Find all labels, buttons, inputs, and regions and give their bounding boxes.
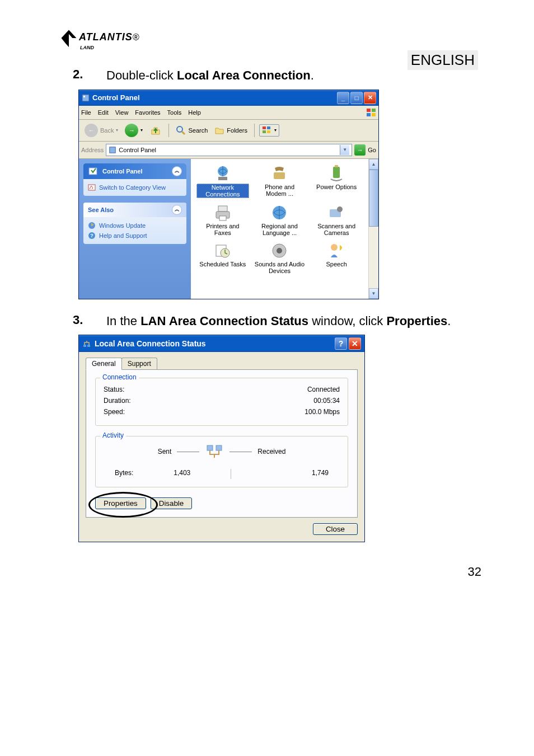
windows-update-link[interactable]: Windows Update: [88, 220, 182, 231]
svg-rect-11: [267, 130, 270, 133]
address-cp-icon: [109, 146, 116, 154]
forward-button[interactable]: → ▾: [123, 123, 145, 138]
close-dialog-button[interactable]: Close: [313, 523, 358, 535]
svg-rect-1: [83, 96, 85, 97]
icon-label: Regional and Language ...: [254, 223, 306, 236]
lac-icon: [82, 339, 91, 348]
menu-tools[interactable]: Tools: [167, 109, 182, 116]
svg-point-6: [177, 126, 182, 132]
menubar: File Edit View Favorites Tools Help: [79, 106, 378, 120]
folders-button[interactable]: Folders: [212, 124, 250, 137]
disable-button[interactable]: Disable: [151, 497, 192, 509]
status-value: Connected: [307, 386, 340, 393]
scroll-thumb[interactable]: [369, 170, 378, 227]
up-folder-icon: [149, 124, 162, 137]
back-button[interactable]: ← Back ▾: [82, 123, 120, 138]
search-button[interactable]: Search: [174, 124, 210, 137]
up-button[interactable]: [147, 123, 164, 138]
switch-view-icon: [88, 184, 96, 191]
scheduled-tasks-icon-item[interactable]: Scheduled Tasks: [195, 241, 250, 275]
bytes-label: Bytes:: [115, 469, 133, 479]
icon-label: Sounds and Audio Devices: [254, 261, 306, 274]
svg-rect-9: [267, 126, 270, 129]
properties-button[interactable]: Properties: [95, 497, 146, 509]
views-button[interactable]: ▾: [259, 124, 279, 137]
sidebar-cp-header[interactable]: Control Panel ︽: [83, 163, 186, 179]
logo-reg-mark: ®: [133, 32, 139, 42]
address-input[interactable]: Control Panel ▼: [106, 144, 352, 156]
folders-label: Folders: [227, 127, 247, 134]
menu-view[interactable]: View: [115, 109, 129, 116]
sidebar-seealso-header[interactable]: See Also ︽: [83, 203, 186, 217]
menu-help[interactable]: Help: [188, 109, 201, 116]
dialog-titlebar: Local Area Connection Status ? ✕: [79, 335, 364, 352]
svg-rect-12: [110, 147, 116, 153]
address-bar: Address Control Panel ▼ → Go: [79, 142, 378, 159]
scanners-cameras-icon: [327, 204, 345, 222]
go-label: Go: [368, 147, 376, 153]
svg-rect-5: [372, 113, 376, 116]
bytes-sent: 1,403: [133, 469, 231, 479]
svg-rect-14: [88, 185, 95, 190]
menu-edit[interactable]: Edit: [98, 109, 109, 116]
power-options-icon: [327, 165, 345, 182]
svg-text:?: ?: [90, 233, 93, 238]
scrollbar[interactable]: ▲ ▼: [368, 159, 378, 299]
logo-arrow-icon: [59, 28, 79, 48]
svg-rect-19: [218, 177, 227, 180]
maximize-button[interactable]: □: [350, 92, 363, 104]
switch-category-link[interactable]: Switch to Category View: [88, 182, 182, 192]
step-2-text: Double-click Local Area Connection.: [106, 67, 314, 84]
icon-label: Power Options: [315, 184, 358, 190]
scroll-up-button[interactable]: ▲: [369, 159, 378, 170]
svg-rect-2: [367, 109, 371, 112]
svg-line-7: [182, 132, 185, 134]
help-support-link[interactable]: ? Help and Support: [88, 231, 182, 241]
menu-file[interactable]: File: [81, 109, 91, 116]
dialog-close-button[interactable]: ✕: [349, 337, 361, 350]
help-support-label: Help and Support: [99, 232, 147, 239]
svg-rect-23: [218, 206, 227, 212]
scanners-cameras-icon-item[interactable]: Scanners and Cameras: [309, 203, 364, 237]
bytes-received: 1,749: [231, 469, 329, 479]
control-panel-window: Control Panel _ □ ✕ File Edit View Favor…: [78, 90, 379, 299]
control-panel-icon: [81, 93, 90, 102]
collapse-icon[interactable]: ︽: [172, 166, 182, 176]
address-dropdown-button[interactable]: ▼: [340, 145, 349, 155]
control-panel-sidebar-icon: [88, 166, 99, 177]
tab-general[interactable]: General: [86, 358, 122, 370]
power-options-icon-item[interactable]: Power Options: [309, 163, 364, 199]
tab-support[interactable]: Support: [121, 358, 157, 369]
speed-label: Speed:: [104, 408, 125, 416]
address-value: Control Panel: [119, 147, 156, 153]
go-button[interactable]: →: [354, 144, 366, 156]
network-connections-icon-item[interactable]: Network Connections: [195, 163, 250, 199]
svg-rect-36: [207, 445, 213, 450]
phone-modem-icon-item[interactable]: Phone and Modem ...: [252, 163, 307, 199]
regional-language-icon-item[interactable]: Regional and Language ...: [252, 203, 307, 237]
dialog-help-button[interactable]: ?: [335, 337, 347, 350]
scroll-down-button[interactable]: ▼: [369, 288, 378, 299]
sounds-audio-icon-item[interactable]: Sounds and Audio Devices: [252, 241, 307, 275]
svg-rect-37: [216, 445, 222, 450]
menu-favorites[interactable]: Favorites: [135, 109, 160, 116]
minimize-button[interactable]: _: [337, 92, 349, 104]
svg-point-32: [277, 248, 282, 253]
forward-icon: →: [125, 124, 138, 137]
windows-flag-icon: [366, 108, 376, 117]
close-button[interactable]: ✕: [364, 92, 376, 104]
status-label: Status:: [104, 386, 124, 393]
speech-icon: [327, 242, 345, 260]
connection-legend: Connection: [100, 373, 139, 381]
step-3-number: 3.: [73, 313, 106, 330]
icon-label: Network Connections: [196, 184, 249, 198]
network-connections-icon: [214, 165, 232, 182]
svg-rect-4: [367, 113, 371, 116]
speech-icon-item[interactable]: Speech: [309, 241, 364, 275]
collapse-icon-2[interactable]: ︽: [172, 205, 182, 215]
printers-faxes-icon-item[interactable]: Printers and Faxes: [195, 203, 250, 237]
duration-value: 00:05:34: [313, 397, 340, 405]
sidebar-seealso-title: See Also: [88, 206, 114, 213]
svg-rect-0: [82, 95, 89, 101]
regional-language-icon: [270, 204, 288, 222]
